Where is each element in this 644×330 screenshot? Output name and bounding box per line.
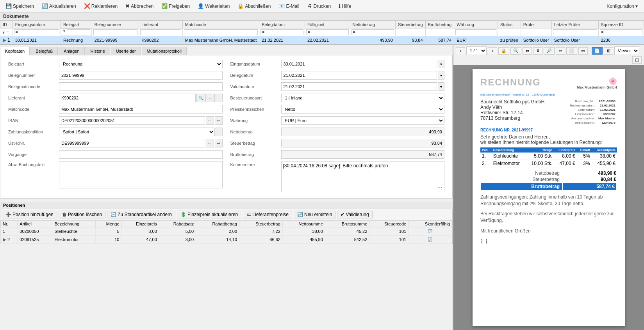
page-select[interactable]: 1 / 1 — [466, 46, 487, 55]
col-rabattsatz[interactable]: Rabattsatz — [159, 221, 196, 227]
position-hinzufuegen-btn[interactable]: ➕ Position hinzufügen — [2, 211, 57, 218]
zahlungskondition-add-btn[interactable]: + — [216, 128, 223, 136]
filter-matchcode[interactable] — [184, 29, 258, 35]
belegmatchcode-input[interactable] — [59, 82, 223, 91]
eingangsdatum-cal-btn[interactable]: ▾ — [438, 60, 444, 68]
row-expand-icon[interactable]: ▶ — [3, 37, 6, 43]
col-artikel[interactable]: Artikel — [18, 221, 52, 227]
einzelpreis-aktualisieren-btn[interactable]: 💲 Einzelpreis aktualisieren — [177, 211, 241, 218]
filter-belegnummer[interactable] — [93, 29, 137, 35]
email-button[interactable]: 📧 E-Mail — [275, 2, 302, 10]
table-row[interactable]: 1 00200050 Stehleuchte 5 8,00 5,00 2,00 … — [1, 227, 452, 236]
col-steuerbetrag[interactable]: Steuerbetrag — [239, 221, 283, 227]
skontierfaehig-checkbox[interactable]: ☑ — [428, 228, 433, 234]
lieferant-add-btn[interactable]: + — [216, 94, 223, 102]
viewer-fit-height-btn[interactable]: ⇕ — [533, 47, 542, 55]
viewer-doc-btn[interactable]: 📄 — [592, 47, 603, 55]
eingangsdatum-input[interactable] — [281, 60, 437, 68]
col-steuercode[interactable]: Steuercode — [369, 221, 409, 227]
filter-waehrung[interactable] — [455, 29, 496, 35]
neu-ermitteln-btn[interactable]: 🔃 Neu ermitteln — [294, 211, 335, 218]
kommentare-menu-btn[interactable]: ⋯ — [437, 184, 442, 190]
col-matchcode[interactable]: Matchcode — [182, 21, 259, 28]
zahlungskondition-select[interactable]: Sofort | Sofort — [59, 128, 215, 136]
belegdatum-input[interactable] — [281, 71, 437, 80]
row-expand-icon[interactable]: ▶ — [3, 237, 6, 242]
aktualisieren-button[interactable]: 🔄 Aktualisieren — [39, 2, 79, 10]
filter-nettobetrag[interactable] — [351, 29, 394, 35]
viewer-next-btn[interactable]: › — [488, 47, 497, 54]
col-bezeichnung[interactable]: Bezeichnung — [52, 221, 96, 227]
viewer-pen-btn[interactable]: ✏ — [556, 47, 565, 55]
tab-mutationsprotokoll[interactable]: Mutationsprotokoll — [142, 47, 187, 55]
belegnummer-input[interactable] — [59, 71, 223, 80]
col-pruefer[interactable]: Prüfer — [521, 21, 551, 28]
viewer-zoom-out-btn[interactable]: 🔎 — [544, 47, 555, 55]
col-waehrung[interactable]: Währung — [454, 21, 498, 28]
standardartikel-btn[interactable]: 🔄 Zu Standardartikel ändern — [107, 211, 175, 218]
lieferant-search-btn[interactable]: 🔍 — [196, 94, 206, 102]
ust-undo-btn[interactable]: ↩ — [215, 139, 223, 147]
abbrechen-button[interactable]: ✖ Abbrechen — [122, 2, 157, 10]
col-nr[interactable]: Nr. — [1, 221, 18, 227]
ust-idnr-input[interactable] — [59, 139, 205, 147]
table-row[interactable]: ▶ 2 02091525 Elektromotor 10 47,00 3,00 … — [1, 236, 452, 244]
col-bruttobetrag[interactable]: Bruttobetrag — [425, 21, 454, 28]
belegdatum-cal-btn[interactable]: ▾ — [438, 71, 444, 80]
speichern-button[interactable]: 💾 Speichern — [2, 2, 37, 10]
col-faelligkeit[interactable]: Fälligkeit — [305, 21, 350, 28]
belegart-select[interactable]: Rechnung — [59, 60, 223, 68]
tab-historie[interactable]: Historie — [86, 47, 110, 55]
waehrung-select[interactable]: EUR | Euro — [281, 116, 445, 125]
col-id[interactable]: ID — [0, 21, 13, 28]
abschliessen-button[interactable]: 🔒 Abschließen — [234, 2, 274, 10]
filter-lieferant[interactable] — [140, 29, 181, 35]
viewer-zoom-in-btn[interactable]: 🔍 — [510, 47, 521, 55]
col-letzter-pruefer[interactable]: Letzter Prüfer — [551, 21, 598, 28]
viewer-collapse-btn[interactable]: ▢ — [632, 56, 642, 64]
valutadatum-cal-btn[interactable]: ▾ — [438, 82, 444, 91]
col-steuerbetrag[interactable]: Steuerbetrag — [395, 21, 425, 28]
viewer-rect2-btn[interactable]: ▭ — [578, 47, 588, 55]
col-bruttosumme[interactable]: Bruttosumme — [325, 221, 369, 227]
col-einzelpreis[interactable]: Einzelpreis — [121, 221, 159, 227]
filter-belegdatum[interactable] — [260, 29, 303, 35]
filter-squeeze-id[interactable] — [600, 29, 642, 35]
col-belegart[interactable]: Belegart — [61, 21, 92, 28]
valutadatum-input[interactable] — [281, 82, 437, 91]
abw-buchungstext-textarea[interactable] — [59, 161, 223, 188]
validierung-btn[interactable]: ✔ Validierung — [337, 211, 372, 218]
viewer-rect-btn[interactable]: ⬜ — [566, 47, 577, 55]
col-squeeze-id[interactable]: Squeeze ID — [598, 21, 644, 28]
tab-belegfuss[interactable]: Belegfuß — [30, 47, 58, 55]
hilfe-button[interactable]: ℹ Hilfe — [335, 2, 354, 10]
tab-kopfdaten[interactable]: Kopfdaten — [0, 47, 30, 55]
filter-belegart[interactable] — [67, 29, 90, 35]
lieferantenpreise-btn[interactable]: 🏷 Lieferantenpreise — [243, 211, 292, 218]
filter-eingangsdatum[interactable] — [14, 29, 59, 35]
tab-anlagen[interactable]: Anlagen — [59, 47, 84, 55]
lieferant-input[interactable] — [59, 94, 196, 102]
filter-faelligkeit[interactable] — [306, 29, 349, 35]
iban-input[interactable] — [59, 116, 205, 125]
reklamieren-button[interactable]: ❌ Reklamieren — [81, 2, 121, 10]
col-menge[interactable]: Menge — [96, 221, 121, 227]
weiterleiten-button[interactable]: 👤 Weiterleiten — [194, 2, 233, 10]
col-skontierfaehig[interactable]: Skontierfähig — [409, 221, 452, 227]
col-belegdatum[interactable]: Belegdatum — [259, 21, 305, 28]
matchcode-input[interactable] — [59, 105, 223, 114]
col-lieferant[interactable]: Lieferant — [139, 21, 183, 28]
filter-letzter-pruefer[interactable] — [553, 29, 597, 35]
position-loeschen-btn[interactable]: 🗑 Position löschen — [59, 211, 105, 218]
viewer-prev-btn[interactable]: ‹ — [456, 47, 465, 54]
skontierfaehig-checkbox[interactable]: ☑ — [428, 236, 433, 243]
col-eingangsdatum[interactable]: Eingangsdatum — [12, 21, 61, 28]
iban-more-btn[interactable]: ··· — [206, 116, 214, 125]
col-nettosumme[interactable]: Nettosumme — [282, 221, 325, 227]
tab-userfelder[interactable]: Userfelder — [111, 47, 141, 55]
iban-undo-btn[interactable]: ↩ — [215, 116, 223, 125]
lieferant-more-btn[interactable]: ··· — [207, 94, 214, 102]
col-rabattbetrag[interactable]: Rabattbetrag — [196, 221, 239, 227]
besteuerungsart-select[interactable]: 1 | Inland — [281, 94, 445, 102]
konfiguration-button[interactable]: Konfiguration ▾ — [603, 3, 642, 10]
